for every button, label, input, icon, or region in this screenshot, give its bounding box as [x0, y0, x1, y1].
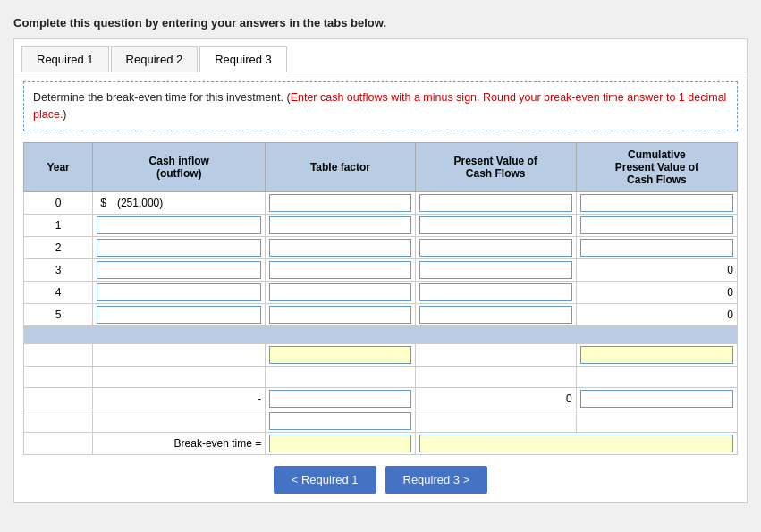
year-cell: 5: [24, 303, 93, 325]
factor-input-yellow[interactable]: [269, 346, 410, 364]
cpv-cell: [576, 410, 737, 432]
table-row: [24, 410, 738, 432]
cash-cell[interactable]: [93, 258, 266, 281]
next-button[interactable]: Required 3 >: [385, 466, 488, 494]
pv-input[interactable]: [419, 216, 572, 234]
cpv-cell[interactable]: [576, 387, 737, 410]
factor-cell[interactable]: [266, 410, 415, 432]
pv-input[interactable]: [419, 283, 572, 301]
cash-cell[interactable]: [93, 214, 266, 236]
be-label: Break-even time =: [93, 432, 266, 454]
cpv-cell[interactable]: [576, 343, 737, 366]
cash-cell: -: [93, 387, 266, 410]
factor-cell[interactable]: [266, 236, 415, 258]
factor-cell[interactable]: [266, 387, 415, 410]
pv-input[interactable]: [419, 239, 572, 257]
break-even-pv-input[interactable]: [419, 435, 733, 452]
cash-input[interactable]: [97, 239, 261, 257]
break-even-input[interactable]: [269, 435, 410, 452]
blue-spacer-row: [24, 325, 738, 343]
factor-input[interactable]: [269, 390, 410, 408]
pv-cell: [415, 410, 576, 432]
cpv-cell[interactable]: [576, 236, 737, 258]
cpv-cell[interactable]: [576, 214, 737, 236]
prev-button[interactable]: < Required 1: [274, 466, 376, 494]
year-cell: [24, 366, 93, 387]
factor-cell[interactable]: [266, 343, 415, 366]
table-row: - 0: [24, 387, 738, 410]
cash-cell[interactable]: [93, 303, 266, 325]
content-area: Determine the break-even time for this i…: [13, 72, 748, 503]
pv-cell[interactable]: [415, 258, 576, 281]
pv-input[interactable]: [419, 261, 572, 279]
pv-cell[interactable]: [415, 191, 576, 214]
be-year: [24, 432, 93, 454]
factor-input[interactable]: [269, 239, 410, 257]
tab-required1[interactable]: Required 1: [21, 46, 109, 72]
factor-cell[interactable]: [266, 303, 415, 325]
pv-cell[interactable]: [415, 303, 576, 325]
year-cell: 1: [24, 214, 93, 236]
factor-cell[interactable]: [266, 214, 415, 236]
cash-cell: [93, 343, 266, 366]
cash-input[interactable]: [97, 283, 261, 301]
cpv-cell: [576, 366, 737, 387]
cpv-input[interactable]: [580, 194, 733, 212]
cpv-input[interactable]: [580, 390, 733, 408]
cpv-input[interactable]: [580, 216, 733, 234]
factor-cell[interactable]: [266, 191, 415, 214]
cash-cell[interactable]: [93, 236, 266, 258]
pv-cell: [415, 366, 576, 387]
cash-cell: [93, 366, 266, 387]
table-row: 0 $ (251,000): [24, 191, 738, 214]
col-header-factor: Table factor: [266, 142, 415, 191]
pv-cell[interactable]: [415, 214, 576, 236]
year-cell: 3: [24, 258, 93, 281]
pv-cell: [415, 343, 576, 366]
tab-required2[interactable]: Required 2: [111, 46, 199, 72]
pv-cell[interactable]: [415, 281, 576, 303]
question-box: Determine the break-even time for this i…: [23, 81, 738, 131]
col-header-cpv: CumulativePresent Value ofCash Flows: [576, 142, 737, 191]
be-factor[interactable]: [266, 432, 415, 454]
cash-value: (251,000): [108, 197, 163, 209]
pv-input[interactable]: [419, 194, 572, 212]
factor-input[interactable]: [269, 216, 410, 234]
table-row: [24, 366, 738, 387]
factor-input[interactable]: [269, 194, 410, 212]
cpv-input[interactable]: [580, 239, 733, 257]
data-table: Year Cash inflow(outflow) Table factor P…: [23, 142, 738, 455]
cpv-cell: 0: [576, 281, 737, 303]
nav-buttons: < Required 1 Required 3 >: [23, 466, 738, 494]
factor-input[interactable]: [269, 306, 410, 324]
cpv-input-yellow[interactable]: [580, 346, 733, 364]
year-cell: [24, 387, 93, 410]
cash-cell: [93, 410, 266, 432]
dollar-sign: $: [97, 197, 108, 209]
cash-cell: $ (251,000): [93, 191, 266, 214]
tabs-container: Required 1 Required 2 Required 3: [13, 38, 748, 72]
cash-input[interactable]: [97, 216, 261, 234]
factor-cell[interactable]: [266, 281, 415, 303]
cash-cell[interactable]: [93, 281, 266, 303]
cpv-cell[interactable]: [576, 191, 737, 214]
cash-input[interactable]: [97, 306, 261, 324]
instruction: Complete this question by entering your …: [13, 9, 748, 38]
table-row: 5 0: [24, 303, 738, 325]
year-cell: [24, 343, 93, 366]
factor-cell[interactable]: [266, 258, 415, 281]
factor-input[interactable]: [269, 261, 410, 279]
year-cell: 4: [24, 281, 93, 303]
pv-cell[interactable]: [415, 236, 576, 258]
year-cell: [24, 410, 93, 432]
tab-required3[interactable]: Required 3: [199, 46, 287, 72]
pv-input[interactable]: [419, 306, 572, 324]
question-text-close: ): [63, 108, 66, 121]
factor-input[interactable]: [269, 412, 410, 430]
be-pv[interactable]: [415, 432, 737, 454]
cash-input[interactable]: [97, 261, 261, 279]
break-even-row: Break-even time =: [24, 432, 738, 454]
factor-input[interactable]: [269, 283, 410, 301]
pv-cell: 0: [415, 387, 576, 410]
year-cell: 0: [24, 191, 93, 214]
